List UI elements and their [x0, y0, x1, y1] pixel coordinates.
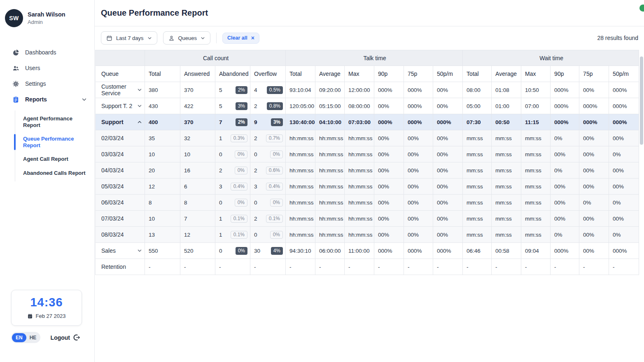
cell-call-abandoned-percent-badge: 2% — [236, 118, 247, 126]
cell-talk-5: 000% — [433, 114, 463, 130]
cell-wait-2: mm:ss — [521, 227, 551, 243]
cell-call-total: 10 — [145, 211, 180, 227]
sidebar-item-reports[interactable]: Reports — [0, 92, 94, 107]
cell-wait-0: mm:ss — [463, 162, 492, 179]
cell-wait-1: mm:ss — [492, 211, 521, 227]
cell-talk-0: hh:mm:ss — [286, 162, 315, 179]
queue-name: Support — [101, 119, 124, 125]
logout-button[interactable]: Logout — [51, 334, 80, 341]
col-header-13-max: Max — [521, 66, 551, 82]
cell-call-abandoned-value: 1 — [219, 216, 222, 222]
cell-call-overflow-value: 2 — [254, 167, 257, 174]
cell-wait-3: 000% — [551, 114, 579, 130]
clear-all-label: Clear all — [227, 35, 247, 41]
vertical-scrollbar[interactable] — [640, 56, 643, 145]
queue-name: 02/03/24 — [101, 135, 124, 141]
cell-talk-2: 07:03:00 — [345, 114, 374, 130]
cell-wait-0: - — [463, 259, 492, 275]
cell-wait-3: 00% — [551, 179, 579, 195]
cell-talk-3: 00% — [374, 98, 404, 114]
sidebar-subitem-queue-performance-report[interactable]: Queue Performance Report — [15, 132, 94, 152]
cell-wait-3: 0% — [551, 162, 579, 179]
sidebar-subitem-agent-call-report[interactable]: Agent Call Report — [15, 152, 94, 166]
date-range-label: Last 7 days — [116, 35, 144, 41]
cell-talk-4: 00% — [404, 179, 433, 195]
cell-queue: 08/03/24 — [96, 227, 145, 243]
cell-wait-2: mm:ss — [521, 195, 551, 211]
cell-talk-2: hh:mm:ss — [345, 195, 374, 211]
cell-call-answered: 10 — [180, 146, 215, 162]
cell-talk-4: 000% — [404, 114, 433, 130]
lang-option-he[interactable]: HE — [26, 333, 40, 342]
col-header-12-average: Average — [492, 66, 521, 82]
cell-talk-5: 00% — [433, 179, 463, 195]
cell-call-answered: 32 — [180, 130, 215, 146]
cell-call-overflow: 40.5% — [250, 82, 286, 98]
cell-talk-4: 000% — [404, 98, 433, 114]
sidebar-item-dashboards[interactable]: Dashboards — [0, 45, 94, 60]
cell-call-overflow: 20.1% — [250, 211, 286, 227]
cell-talk-1: hh:mm:ss — [315, 146, 345, 162]
cell-wait-4: 00% — [579, 146, 609, 162]
status-dot — [639, 5, 644, 12]
sidebar-subitem-abandoned-calls-report[interactable]: Abandoned Calls Report — [15, 166, 94, 180]
cell-wait-0: mm:ss — [463, 179, 492, 195]
chevron-down-icon[interactable] — [137, 248, 142, 253]
cell-wait-4: 00% — [579, 179, 609, 195]
date-range-filter[interactable]: Last 7 days — [101, 31, 157, 45]
user-profile: SW Sarah Wilson Admin — [0, 0, 94, 27]
cell-call-abandoned-value: 2 — [219, 167, 222, 174]
cell-call-answered: 422 — [180, 98, 215, 114]
cell-call-abandoned-value: - — [219, 264, 221, 270]
filter-bar: Last 7 days Queues Clear all × 28 result… — [95, 26, 644, 45]
cell-talk-2: hh:mm:ss — [345, 211, 374, 227]
cell-wait-2: mm:ss — [521, 130, 551, 146]
col-header-5-total: Total — [286, 66, 315, 82]
sidebar-item-settings[interactable]: Settings — [0, 76, 94, 92]
cell-call-abandoned-percent-badge: 0% — [236, 247, 247, 255]
cell-call-overflow-value: 0 — [254, 151, 257, 157]
queues-filter[interactable]: Queues — [163, 31, 211, 45]
cell-talk-4: - — [404, 259, 433, 275]
cell-talk-1: hh:mm:ss — [315, 211, 345, 227]
cell-call-abandoned-percent-badge: 0% — [235, 167, 247, 174]
cell-wait-3: 00% — [551, 195, 579, 211]
cell-wait-3: 0% — [551, 227, 579, 243]
cell-wait-5: 000% — [609, 98, 639, 114]
chevron-down-icon[interactable] — [137, 87, 142, 92]
table-row-08-03-24: 08/03/24131210.1%00%hh:mm:sshh:mm:sshh:m… — [96, 227, 639, 243]
close-icon[interactable]: × — [251, 35, 254, 41]
cell-call-overflow-value: 3 — [254, 183, 257, 190]
sidebar-item-users[interactable]: Users — [0, 60, 94, 76]
chevron-down-icon — [147, 36, 152, 40]
cell-wait-3: 000% — [551, 82, 579, 98]
cell-talk-4: 00% — [404, 227, 433, 243]
table-row-customer-service: Customer Service38037052%40.5%93:10:0409… — [96, 82, 639, 98]
clear-all-chip[interactable]: Clear all × — [222, 33, 259, 44]
queue-name: 05/03/24 — [101, 183, 124, 190]
cell-wait-2: mm:ss — [521, 211, 551, 227]
cell-talk-1: 04:10:00 — [315, 114, 345, 130]
cell-wait-5: 000% — [609, 243, 639, 259]
cell-call-overflow: 00% — [250, 227, 286, 243]
cell-talk-5: 00% — [433, 211, 463, 227]
cell-wait-1: 01:00 — [492, 98, 521, 114]
cell-talk-1: hh:mm:ss — [315, 130, 345, 146]
cell-wait-1: mm:ss — [492, 162, 521, 179]
page-title: Queue Performance Report — [101, 8, 208, 18]
cell-talk-1: 06:00:00 — [315, 243, 345, 259]
sidebar-subitem-agent-performance-report[interactable]: Agent Performance Report — [15, 112, 94, 132]
cell-wait-2: 07:00 — [521, 98, 551, 114]
cell-call-overflow-value: 2 — [254, 135, 257, 141]
chevron-up-icon[interactable] — [137, 120, 142, 125]
cell-call-total: 8 — [145, 195, 180, 211]
cell-call-overflow-value: - — [254, 264, 256, 270]
sidebar-item-label: Reports — [25, 96, 76, 103]
cell-call-total: - — [145, 259, 180, 275]
cell-talk-3: 00% — [374, 162, 404, 179]
lang-option-en[interactable]: EN — [12, 333, 26, 342]
calendar-icon — [106, 35, 112, 41]
chevron-down-icon[interactable] — [137, 103, 142, 108]
group-header-wait-time: Wait time — [463, 50, 639, 66]
cell-call-abandoned-value: 0 — [219, 248, 222, 254]
